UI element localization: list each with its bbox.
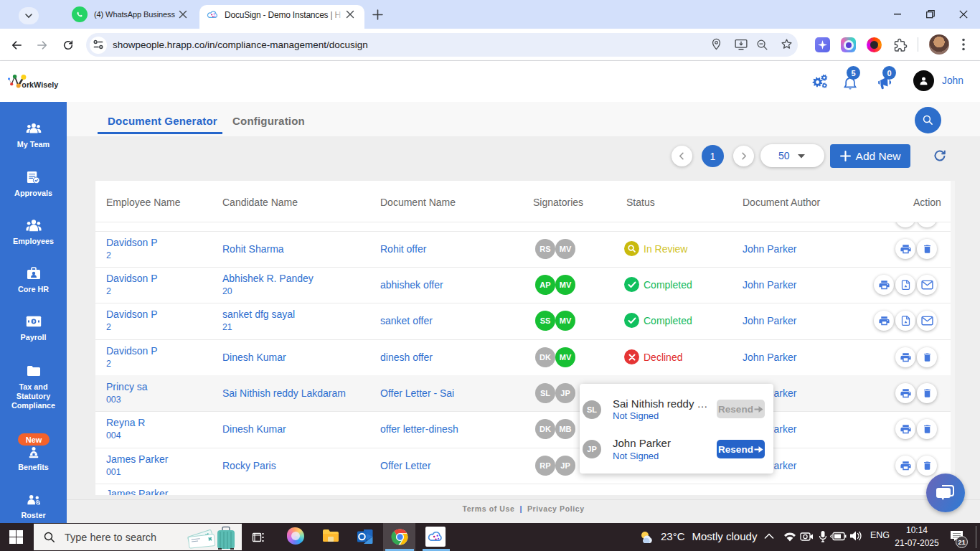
svg-text:orkWisely: orkWisely bbox=[22, 80, 58, 89]
